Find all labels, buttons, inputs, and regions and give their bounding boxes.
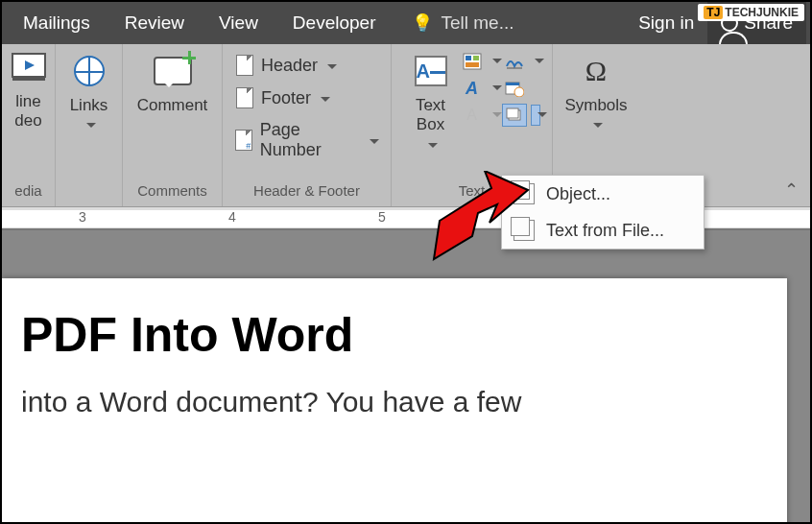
object-button[interactable] (502, 104, 527, 127)
text-box-icon: A (415, 56, 447, 86)
chevron-down-icon (83, 115, 96, 134)
document-area: PDF Into Word into a Word document? You … (2, 230, 810, 524)
group-label-comments: Comments (137, 179, 207, 204)
header-button[interactable]: Header (228, 52, 385, 79)
quick-parts-icon (463, 53, 482, 70)
sign-in-button[interactable]: Sign in (625, 2, 707, 44)
page-number-icon: # (235, 130, 252, 151)
page-footer-icon (236, 87, 253, 108)
omega-icon: Ω (585, 54, 607, 88)
svg-rect-6 (466, 62, 479, 67)
tab-review[interactable]: Review (107, 2, 202, 44)
symbols-button[interactable]: Ω Symbols (557, 48, 634, 139)
svg-rect-12 (507, 108, 518, 118)
page-number-button[interactable]: # Page Number (228, 117, 385, 163)
tab-mailings[interactable]: Mailings (6, 2, 107, 44)
object-icon (506, 107, 523, 123)
watermark-logo: TJTECHJUNKIE (698, 4, 804, 21)
wordart-icon: A (466, 79, 478, 99)
signature-icon (505, 53, 524, 70)
lightbulb-icon: 💡 (412, 12, 433, 34)
tab-developer[interactable]: Developer (275, 2, 394, 44)
document-body-text: into a Word document? You have a few (21, 386, 768, 418)
svg-marker-13 (434, 171, 528, 259)
annotation-arrow (432, 171, 537, 267)
page-header-icon (236, 55, 253, 76)
group-label-media: edia (14, 179, 41, 204)
group-label-header-footer: Header & Footer (253, 179, 360, 204)
chevron-down-icon (317, 88, 330, 108)
svg-point-10 (514, 87, 524, 97)
date-time-button[interactable] (502, 77, 527, 100)
chevron-down-icon (366, 131, 379, 151)
signature-line-button[interactable] (502, 50, 527, 73)
collapse-ribbon-button[interactable]: ⌃ (784, 179, 799, 201)
drop-cap-icon: A (466, 107, 477, 124)
footer-button[interactable]: Footer (228, 84, 385, 111)
tab-view[interactable]: View (202, 2, 275, 44)
svg-rect-4 (466, 56, 471, 60)
object-dropdown-toggle[interactable] (531, 105, 540, 126)
document-heading: PDF Into Word (21, 307, 768, 363)
svg-rect-9 (506, 83, 519, 85)
chevron-down-icon (424, 135, 438, 155)
online-video-button[interactable]: line deo (10, 48, 48, 131)
chevron-down-icon (323, 56, 337, 76)
tell-me-search[interactable]: 💡 Tell me... (412, 12, 513, 34)
links-button[interactable]: Links (62, 48, 116, 139)
document-page[interactable]: PDF Into Word into a Word document? You … (2, 278, 787, 524)
comment-button[interactable]: Comment (130, 48, 216, 119)
svg-rect-5 (473, 56, 479, 60)
ribbon-tabs: Mailings Review View Developer 💡 Tell me… (2, 2, 810, 44)
drop-cap-button[interactable]: A (460, 104, 485, 127)
quick-parts-button[interactable] (460, 50, 485, 73)
text-box-button[interactable]: A Text Box (404, 48, 458, 158)
video-icon (12, 53, 46, 82)
plus-icon (182, 51, 196, 64)
comment-icon (154, 57, 192, 85)
chevron-down-icon (589, 115, 603, 134)
svg-rect-1 (12, 77, 45, 81)
wordart-button[interactable]: A (460, 77, 485, 100)
globe-icon (74, 56, 105, 86)
date-time-icon (505, 80, 524, 97)
